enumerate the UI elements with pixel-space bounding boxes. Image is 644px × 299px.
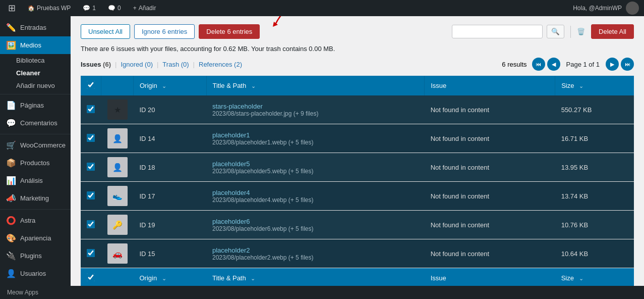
sep-2: | [157,61,158,68]
table-row: 🚗 ID 15 placeholder2 2023/08/placeholder… [81,239,634,268]
data-table: Origin ⌄ Title & Path ⌄ Issue Size ⌄ [81,76,634,286]
row-origin-row-18: ID 18 [134,153,207,182]
select-all-checkbox[interactable] [87,81,95,89]
sidebar-sub-cleaner[interactable]: Cleaner [0,67,71,79]
row-checkbox-row-14[interactable] [87,134,95,142]
wp-logo[interactable]: ⊞ [5,0,19,16]
footer-thumb [101,268,134,286]
sidebar-label-plugins: Plugins [20,252,42,260]
sidebar-item-paginas[interactable]: 📄 Páginas [0,96,71,114]
info-text: There are 6 issues with your files, acco… [81,45,634,53]
file-path-row-18: 2023/08/placeholder5.webp (+ 5 files) [212,168,419,175]
red-arrow-annotation [260,16,300,29]
row-title-row-14: placeholder1 2023/08/placeholder1.webp (… [206,124,425,153]
sidebar-label-medios: Medios [20,41,41,49]
file-title-row-17[interactable]: placeholder4 [212,189,419,196]
divider-3 [0,209,71,210]
sidebar-item-herramientas[interactable]: 🔧 Herramientas [0,282,71,286]
footer-issue[interactable]: Issue [425,268,555,286]
sidebar-item-comentarios[interactable]: 💬 Comentarios [0,114,71,132]
thumbnail-row-19: 🔑 [107,215,128,235]
row-issue-row-17: Not found in content [425,182,555,211]
file-title-row-19[interactable]: placeholder6 [212,218,419,225]
last-page-top[interactable]: ⏭ [621,58,634,71]
chat-bar[interactable]: 🗨️ 0 [105,0,124,16]
sidebar-sub-biblioteca[interactable]: Biblioteca [0,54,71,67]
sidebar-item-productos[interactable]: 📦 Productos [0,154,71,172]
footer-select-all-checkbox[interactable] [87,273,95,281]
comment-icon: 💬 [83,5,90,12]
header-title[interactable]: Title & Path ⌄ [206,76,425,95]
row-title-row-18: placeholder5 2023/08/placeholder5.webp (… [206,153,425,182]
comments-bar[interactable]: 💬 1 [80,0,99,16]
origin-sort-icon: ⌄ [162,83,166,89]
tab-links: Issues (6) | Ignored (0) | Trash (0) | R… [81,61,242,68]
sidebar-sub-anadir-nuevo[interactable]: Añadir nuevo [0,79,71,92]
comments-count: 1 [92,5,96,12]
sidebar-item-entradas[interactable]: ✏️ Entradas [0,19,71,36]
file-title-row-15[interactable]: placeholder2 [212,246,419,254]
file-path-row-20: 2023/08/stars-placeholder.jpg (+ 9 files… [212,110,419,117]
header-size[interactable]: Size ⌄ [555,76,634,95]
marketing-icon: 📣 [6,193,16,203]
first-page-top[interactable]: ⏮ [532,58,545,71]
tab-issues[interactable]: Issues (6) [81,61,111,68]
row-checkbox-row-18[interactable] [87,163,95,171]
sidebar-item-astra[interactable]: ⭕ Astra [0,212,71,229]
sidebar-item-medios[interactable]: 🖼️ Medios [0,36,71,54]
add-new-bar[interactable]: + Añadir [130,0,159,16]
tab-references[interactable]: References (2) [199,61,242,68]
sidebar-item-woocommerce[interactable]: 🛒 WooCommerce [0,136,71,154]
file-path-row-17: 2023/08/placeholder4.webp (+ 5 files) [212,196,419,204]
site-name: Pruebas WP [37,5,71,12]
unselect-all-button[interactable]: Unselect All [81,24,130,39]
user-avatar[interactable] [626,2,639,15]
thumbnail-row-15: 🚗 [107,243,128,264]
sidebar-item-marketing[interactable]: 📣 Marketing [0,189,71,207]
row-checkbox-row-20[interactable] [87,105,95,113]
row-checkbox-row-17[interactable] [87,191,95,200]
footer-title-sort: ⌄ [251,275,255,281]
footer-size[interactable]: Size ⌄ [555,268,634,286]
ignore-entries-button[interactable]: Ignore 6 entries [134,24,195,39]
row-size-row-14: 16.71 KB [555,124,634,153]
sidebar: ✏️ Entradas 🖼️ Medios Biblioteca Cleaner… [0,16,71,286]
sidebar-item-apariencia[interactable]: 🎨 Apariencia [0,229,71,247]
delete-entries-button[interactable]: Delete 6 entries [199,24,260,39]
header-issue[interactable]: Issue [425,76,555,95]
sidebar-label-usuarios: Usuarios [20,270,46,277]
footer-title[interactable]: Title & Path ⌄ [206,268,425,286]
row-size-row-15: 10.64 KB [555,239,634,268]
sidebar-label-biblioteca: Biblioteca [16,57,44,64]
file-title-row-14[interactable]: placeholder1 [212,131,419,139]
file-title-row-18[interactable]: placeholder5 [212,160,419,168]
header-origin[interactable]: Origin ⌄ [134,76,207,95]
row-issue-row-19: Not found in content [425,211,555,239]
site-name-bar[interactable]: 🏠 Pruebas WP [25,0,74,16]
row-checkbox-row-19[interactable] [87,220,95,228]
tab-trash[interactable]: Trash (0) [162,61,189,68]
search-submit-button[interactable]: 🔍 [547,25,564,38]
thumbnail-row-20: ★ [107,99,128,120]
row-checkbox-row-15[interactable] [87,249,95,257]
header-thumb [101,76,134,95]
row-thumb-row-19: 🔑 [101,211,134,239]
table-row: ★ ID 20 stars-placeholder 2023/08/stars-… [81,95,634,124]
footer-origin[interactable]: Origin ⌄ [134,268,207,286]
sidebar-item-usuarios[interactable]: 👤 Usuarios [0,265,71,282]
sidebar-label-analisis: Análisis [20,177,43,184]
prev-page-top[interactable]: ◀ [547,58,560,71]
delete-all-button[interactable]: Delete All [591,24,634,39]
thumbnail-row-17: 👟 [107,186,128,206]
search-input[interactable] [452,25,543,38]
sidebar-label-apariencia: Apariencia [20,234,51,242]
file-title-row-20[interactable]: stars-placeholder [212,103,419,110]
footer-brand: Meow Apps [7,289,38,296]
sidebar-item-analisis[interactable]: 📊 Análisis [0,172,71,189]
woocommerce-icon: 🛒 [6,140,16,150]
chat-icon: 🗨️ [108,5,115,12]
sidebar-item-plugins[interactable]: 🔌 Plugins [0,247,71,265]
tab-ignored[interactable]: Ignored (0) [121,61,153,68]
next-page-top[interactable]: ▶ [606,58,619,71]
table-footer-row: Origin ⌄ Title & Path ⌄ Issue Size ⌄ [81,268,634,286]
